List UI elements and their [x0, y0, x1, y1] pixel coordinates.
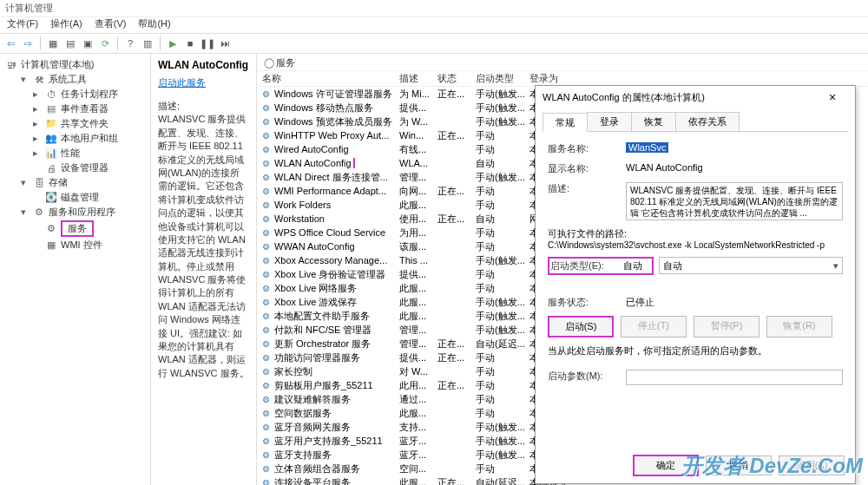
apply-button: 应用(A) [779, 456, 845, 475]
gear-icon: ⚙ [262, 464, 274, 474]
menu-help[interactable]: 帮助(H) [138, 17, 170, 33]
col-start[interactable]: 启动类型 [476, 72, 529, 85]
row-name: Xbox Accessory Manage... [274, 255, 399, 265]
gear-icon: ⚙ [262, 478, 274, 486]
row-start: 手动 [476, 393, 529, 406]
gear-icon: ⚙ [262, 173, 274, 182]
gear-icon: ⚙ [262, 311, 274, 321]
separator [117, 36, 118, 50]
row-start: 手动 [476, 282, 529, 295]
desc-label: 描述: [158, 100, 249, 113]
col-desc[interactable]: 描述 [399, 72, 437, 85]
row-name: WPS Office Cloud Service [274, 227, 399, 238]
row-status: 正在... [437, 213, 476, 226]
gear-icon: ⚙ [262, 187, 274, 196]
label-starttype: 启动类型(E): [550, 259, 616, 272]
tab-general[interactable]: 常规 [542, 113, 588, 132]
row-name: Work Folders [274, 200, 399, 210]
pause-icon[interactable]: ❚❚ [201, 36, 214, 50]
row-name: 剪贴板用户服务_55211 [274, 379, 399, 392]
row-desc: 使用... [399, 213, 437, 226]
col-logon[interactable]: 登录为 [529, 72, 868, 85]
gear-icon: ⚙ [262, 325, 274, 335]
row-desc: 提供... [399, 102, 437, 115]
folder-icon: 📁 [45, 118, 57, 129]
properties-icon[interactable]: ▥ [141, 36, 155, 50]
close-icon[interactable]: × [817, 90, 848, 104]
restart-icon[interactable]: ⏭ [218, 36, 232, 50]
starttype-combo[interactable]: 自动▾ [659, 257, 843, 274]
gear-icon: ⚙ [262, 395, 274, 404]
col-status[interactable]: 状态 [437, 72, 476, 85]
nav-fwd-icon[interactable]: ⇨ [21, 36, 35, 50]
label-display: 显示名称: [548, 162, 626, 175]
refresh-icon[interactable]: ⟳ [98, 36, 112, 50]
tree-systools[interactable]: ▾🛠系统工具 [2, 72, 148, 87]
row-start: 手动(触发... [476, 310, 529, 323]
value-desc: WLANSVC 服务提供配置、发现、连接、断开与 IEEE 802.11 标准定… [626, 182, 843, 220]
back-icon[interactable]: ◯ [262, 54, 276, 70]
nav-back-icon[interactable]: ⇦ [3, 36, 17, 50]
nav-tree: 🖳计算机管理(本地) ▾🛠系统工具 ▸⏱任务计划程序 ▸▤事件查看器 ▸📁共享文… [0, 54, 151, 485]
start-button[interactable]: 启动(S) [548, 316, 614, 338]
menu-view[interactable]: 查看(V) [95, 17, 127, 33]
row-start: 手动 [476, 185, 529, 198]
tree-perf[interactable]: ▸📊性能 [2, 146, 148, 161]
tab-recovery[interactable]: 恢复 [631, 112, 676, 131]
menu-file[interactable]: 文件(F) [7, 17, 38, 33]
tree-svcapp[interactable]: ▾⚙服务和应用程序 [2, 205, 148, 220]
value-path: C:\Windows\system32\svchost.exe -k Local… [548, 240, 843, 250]
row-name: 功能访问管理器服务 [274, 351, 399, 364]
col-name[interactable]: 名称 [262, 72, 399, 85]
panel-icon[interactable]: ▤ [63, 36, 77, 50]
row-desc: 对 W... [399, 365, 437, 378]
row-start: 手动 [476, 268, 529, 281]
tree-shared[interactable]: ▸📁共享文件夹 [2, 116, 148, 131]
tree-wmi[interactable]: ▦WMI 控件 [2, 238, 148, 252]
tree-storage[interactable]: ▾🗄存储 [2, 175, 148, 190]
gear-icon: ⚙ [262, 409, 274, 418]
properties-dialog: WLAN AutoConfig 的属性(本地计算机) × 常规 登录 恢复 依存… [535, 85, 856, 484]
row-start: 手动(触发... [476, 324, 529, 337]
gear-icon: ⚙ [262, 256, 274, 265]
row-start: 手动(触发... [476, 421, 529, 434]
ok-button[interactable]: 确定 [633, 455, 699, 476]
row-start: 手动 [476, 143, 529, 156]
row-start: 手动(触发... [476, 435, 529, 448]
tree-devmgr[interactable]: 🖨设备管理器 [2, 161, 148, 175]
tab-deps[interactable]: 依存关系 [675, 112, 740, 131]
separator [160, 36, 161, 50]
tab-logon[interactable]: 登录 [587, 112, 632, 131]
start-service-link[interactable]: 启动此服务 [158, 76, 206, 89]
row-start: 自动(延迟... [476, 338, 529, 351]
tree-users[interactable]: ▸👥本地用户和组 [2, 131, 148, 146]
stop-button: 停止(T) [621, 316, 687, 338]
row-name: 本地配置文件助手服务 [274, 310, 399, 323]
menu-action[interactable]: 操作(A) [50, 17, 82, 33]
row-start: 手动 [476, 199, 529, 212]
help-icon[interactable]: ? [123, 36, 137, 50]
show-hide-icon[interactable]: ▦ [46, 36, 60, 50]
row-name: WMI Performance Adapt... [274, 186, 399, 196]
tree-root[interactable]: 🖳计算机管理(本地) [2, 57, 148, 72]
tree-scheduler[interactable]: ▸⏱任务计划程序 [2, 87, 148, 102]
row-desc: 管理... [399, 171, 437, 184]
row-name: Windows 许可证管理器服务 [274, 88, 399, 101]
tree-diskmgmt[interactable]: 💽磁盘管理 [2, 190, 148, 205]
row-desc: 此服... [399, 296, 437, 309]
perf-icon: 📊 [45, 147, 57, 159]
tools-icon: 🛠 [33, 75, 45, 85]
export-icon[interactable]: ▣ [81, 36, 95, 50]
row-name: 蓝牙音频网关服务 [274, 421, 399, 434]
toolbar: ⇦ ⇨ ▦ ▤ ▣ ⟳ ? ▥ ▶ ■ ❚❚ ⏭ [0, 33, 868, 54]
row-desc: 为 W... [399, 115, 437, 128]
disk-icon: 💽 [45, 192, 57, 203]
row-name: Xbox Live 游戏保存 [274, 296, 399, 309]
row-desc: This ... [399, 255, 437, 265]
tree-eventviewer[interactable]: ▸▤事件查看器 [2, 102, 148, 116]
tree-services[interactable]: ⚙服务 [2, 220, 148, 238]
play-icon[interactable]: ▶ [166, 36, 180, 50]
params-input[interactable] [626, 370, 843, 385]
cancel-button[interactable]: 取消 [706, 456, 772, 475]
stop-icon[interactable]: ■ [183, 36, 197, 50]
